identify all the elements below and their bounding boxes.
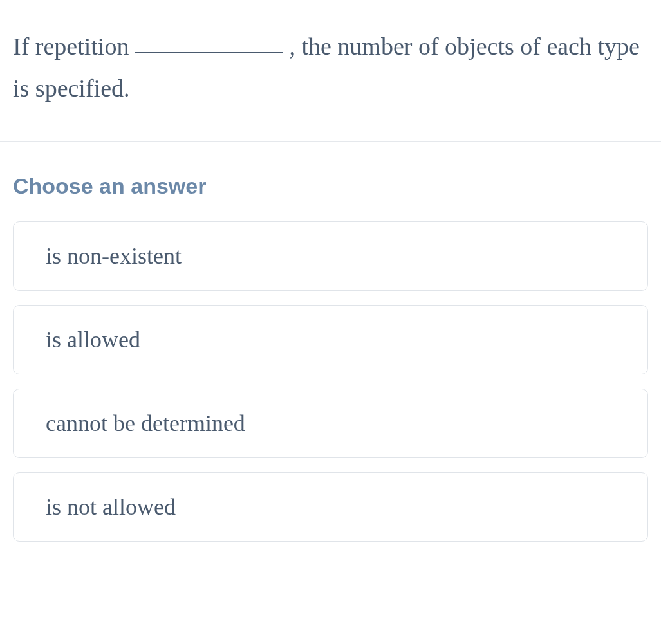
answer-option-4[interactable]: is not allowed xyxy=(13,472,648,542)
answer-option-label: cannot be determined xyxy=(46,410,245,436)
answer-option-3[interactable]: cannot be determined xyxy=(13,389,648,458)
answer-heading: Choose an answer xyxy=(13,174,648,199)
answer-option-2[interactable]: is allowed xyxy=(13,305,648,374)
question-text: If repetition , the number of objects of… xyxy=(13,26,648,109)
answer-section: Choose an answer is non-existent is allo… xyxy=(0,142,661,569)
answer-option-label: is non-existent xyxy=(46,243,182,269)
fill-in-blank xyxy=(135,52,283,53)
question-section: If repetition , the number of objects of… xyxy=(0,0,661,142)
answer-option-1[interactable]: is non-existent xyxy=(13,221,648,291)
answer-option-label: is allowed xyxy=(46,327,140,353)
answer-option-label: is not allowed xyxy=(46,494,176,520)
question-part-1: If repetition xyxy=(13,33,135,60)
